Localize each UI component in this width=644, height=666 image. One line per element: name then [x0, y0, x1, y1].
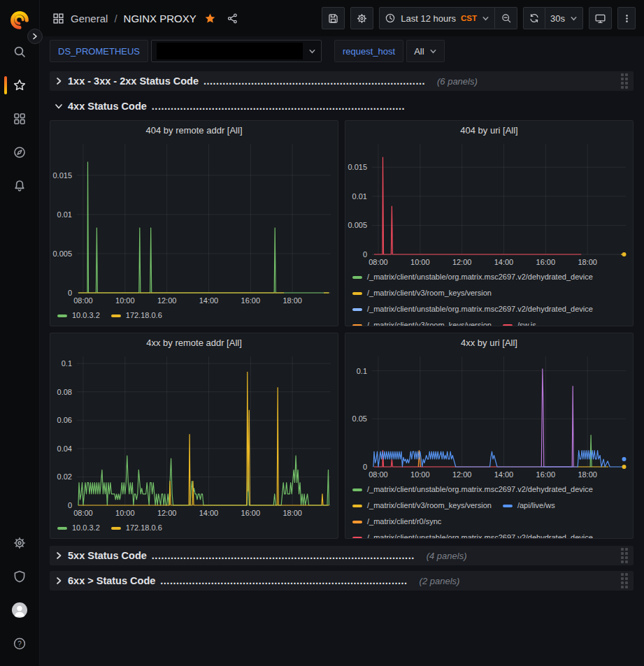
panel-header[interactable]: 4xx by uri [All]	[345, 333, 633, 352]
legend-item[interactable]: /_matrix/client/v3/room_keys/version	[352, 498, 492, 514]
request-host-variable-label[interactable]: request_host	[334, 40, 403, 62]
dashboard-settings-button[interactable]	[350, 7, 373, 29]
breadcrumb-folder[interactable]: General	[71, 13, 108, 24]
refresh-interval-picker[interactable]: 30s	[545, 7, 583, 29]
svg-text:0: 0	[363, 250, 367, 259]
legend-item[interactable]: /_matrix/client/r0/sync	[352, 514, 441, 530]
legend-label: /_matrix/client/unstable/org.matrix.msc2…	[367, 482, 593, 498]
svg-text:0.005: 0.005	[348, 221, 367, 229]
shield-icon	[13, 570, 27, 584]
sidebar-item-configuration[interactable]	[3, 526, 36, 560]
legend-item[interactable]: /_matrix/client/unstable/org.matrix.msc2…	[352, 301, 593, 317]
svg-text:14:00: 14:00	[199, 296, 219, 305]
time-series-chart[interactable]: 08:0010:0012:0014:0016:0018:0000.0050.01…	[345, 139, 633, 268]
timezone-label: CST	[461, 14, 477, 22]
chevron-down-icon	[429, 48, 437, 55]
variables-submenu: DS_PROMETHEUS request_host All	[40, 36, 644, 67]
legend-item[interactable]: /sw.js	[503, 317, 536, 326]
zoom-out-time-button[interactable]	[495, 7, 517, 29]
save-dashboard-button[interactable]	[322, 7, 345, 29]
legend-swatch	[352, 521, 362, 523]
apps-grid-icon	[52, 13, 64, 24]
panel-header[interactable]: 404 by uri [All]	[345, 121, 633, 139]
legend-swatch	[352, 308, 362, 311]
legend-item[interactable]: /_matrix/client/v3/room_keys/version	[352, 285, 492, 301]
sidebar-item-profile[interactable]	[3, 593, 36, 627]
svg-text:12:00: 12:00	[157, 509, 177, 517]
drag-handle-icon[interactable]	[621, 548, 628, 563]
svg-text:08:00: 08:00	[73, 509, 93, 517]
share-icon[interactable]	[227, 13, 238, 24]
legend-swatch	[352, 276, 362, 279]
time-series-chart[interactable]: 08:0010:0012:0014:0016:0018:0000.0050.01…	[50, 139, 338, 307]
tv-icon	[594, 13, 606, 24]
drag-handle-icon[interactable]	[621, 573, 628, 588]
time-range-picker[interactable]: Last 12 hours CST	[379, 7, 495, 29]
kebab-icon	[622, 13, 632, 24]
sidebar-expand-button[interactable]	[27, 29, 43, 44]
panel-title[interactable]: 4xx by uri [All]	[461, 338, 517, 348]
time-series-chart[interactable]: 08:0010:0012:0014:0016:0018:0000.050.1	[345, 352, 633, 481]
datasource-variable-label[interactable]: DS_PROMETHEUS	[50, 40, 148, 62]
panel-legend: 10.0.3.2172.18.0.6	[50, 307, 338, 324]
more-options-button[interactable]	[617, 7, 636, 29]
refresh-interval-label: 30s	[550, 13, 565, 24]
sidebar-item-starred[interactable]	[3, 68, 36, 102]
row-leader-dots: ........................................…	[160, 575, 407, 586]
panel-header[interactable]: 4xx by remote addr [All]	[50, 333, 338, 352]
legend-swatch	[57, 314, 67, 317]
row-6xx-status-code[interactable]: 6xx > Status Code ......................…	[50, 571, 634, 591]
svg-text:10:00: 10:00	[115, 509, 135, 517]
svg-text:18:00: 18:00	[282, 509, 302, 517]
panels-grid: 404 by remote addr [All] 08:0010:0012:00…	[50, 120, 634, 539]
row-1xx-3xx-2xx-status-code[interactable]: 1xx - 3xx - 2xx Status Code ............…	[50, 71, 634, 91]
time-picker-group: Last 12 hours CST	[379, 7, 517, 29]
legend-swatch	[352, 292, 362, 295]
breadcrumb-separator: /	[114, 13, 117, 24]
svg-text:12:00: 12:00	[452, 258, 472, 266]
drag-handle-icon[interactable]	[621, 73, 628, 89]
legend-item[interactable]: 172.18.0.6	[111, 307, 162, 324]
row-leader-dots: ........................................…	[152, 550, 415, 561]
legend-swatch	[57, 527, 67, 530]
panel-title[interactable]: 404 by uri [All]	[460, 125, 517, 136]
svg-text:08:00: 08:00	[368, 258, 388, 266]
legend-label: 10.0.3.2	[72, 520, 100, 536]
favorite-star-icon[interactable]	[204, 13, 216, 24]
sidebar-item-alerting[interactable]	[3, 169, 36, 203]
sidebar-item-explore[interactable]	[3, 136, 36, 169]
legend-item[interactable]: 10.0.3.2	[57, 520, 100, 536]
sidebar-top-nav	[3, 35, 36, 203]
datasource-variable-value[interactable]	[151, 40, 322, 62]
cycle-view-mode-button[interactable]	[589, 7, 612, 29]
panel-title[interactable]: 404 by remote addr [All]	[145, 125, 242, 136]
sidebar-item-dashboards[interactable]	[3, 102, 36, 136]
search-icon	[13, 45, 27, 59]
time-range-label: Last 12 hours	[401, 13, 456, 24]
legend-item[interactable]: /_matrix/client/v3/room_keys/version	[352, 317, 492, 326]
legend-item[interactable]: /_matrix/client/unstable/org.matrix.msc2…	[352, 482, 593, 498]
panel-header[interactable]: 404 by remote addr [All]	[50, 121, 338, 139]
row-4xx-status-code[interactable]: 4xx Status Code ........................…	[50, 96, 634, 116]
svg-text:0.08: 0.08	[57, 388, 72, 396]
legend-item[interactable]: /api/live/ws	[503, 498, 555, 514]
dashboard-panel: 404 by uri [All] 08:0010:0012:0014:0016:…	[345, 120, 634, 326]
legend-item[interactable]: 10.0.3.2	[57, 307, 100, 324]
sidebar-item-server-admin[interactable]	[3, 560, 36, 593]
request-host-variable-value[interactable]: All	[406, 40, 444, 62]
refresh-button[interactable]	[523, 7, 545, 29]
legend-item[interactable]: /_matrix/client/unstable/org.matrix.msc2…	[352, 530, 593, 539]
dashboards-icon	[13, 112, 27, 126]
row-panel-count: (6 panels)	[437, 76, 478, 87]
svg-text:0: 0	[68, 501, 72, 509]
legend-label: /_matrix/client/v3/room_keys/version	[367, 498, 492, 514]
sidebar-item-help[interactable]: ?	[3, 627, 36, 660]
panel-title[interactable]: 4xx by remote addr [All]	[146, 338, 242, 348]
legend-item[interactable]: 172.18.0.6	[111, 520, 162, 536]
chevron-right-icon	[31, 33, 38, 40]
legend-item[interactable]: /_matrix/client/unstable/org.matrix.msc2…	[352, 269, 593, 285]
refresh-group: 30s	[523, 7, 583, 29]
time-series-chart[interactable]: 08:0010:0012:0014:0016:0018:0000.020.040…	[50, 352, 338, 519]
row-leader-dots: ........................................…	[152, 101, 405, 112]
row-5xx-status-code[interactable]: 5xx Status Code ........................…	[50, 546, 634, 565]
